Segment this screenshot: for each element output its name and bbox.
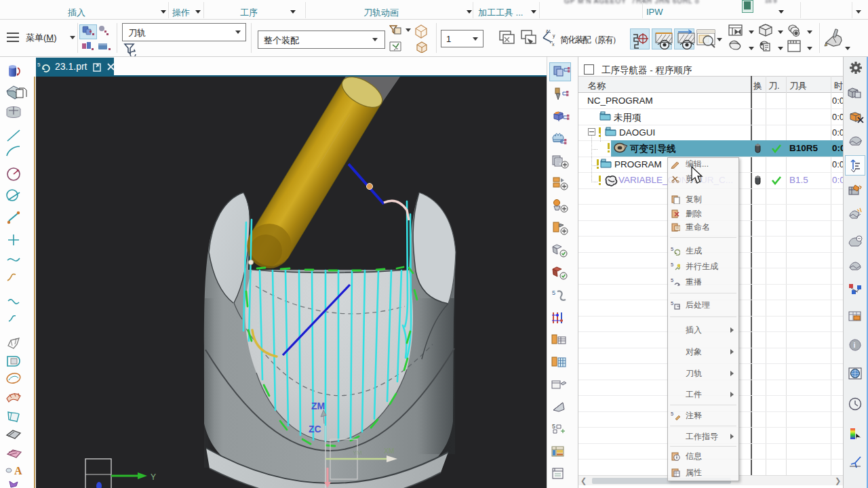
- svg-text:YM: YM: [353, 449, 362, 456]
- svg-text:ZM: ZM: [311, 401, 325, 411]
- svg-text:Y: Y: [151, 472, 156, 482]
- svg-text:y: y: [553, 33, 555, 39]
- svg-text:5: 5: [671, 277, 673, 283]
- svg-text:5: 5: [552, 423, 555, 430]
- svg-text:5: 5: [671, 300, 673, 306]
- svg-text:5: 5: [37, 62, 41, 68]
- svg-text:i: i: [854, 341, 856, 349]
- svg-text:5: 5: [671, 262, 673, 268]
- svg-text:z: z: [546, 28, 549, 33]
- svg-text:XM: XM: [384, 447, 394, 455]
- svg-text:5: 5: [552, 289, 555, 296]
- svg-text:5: 5: [671, 411, 673, 417]
- svg-text:5: 5: [671, 246, 673, 252]
- svg-text:x: x: [552, 42, 555, 47]
- svg-text:A: A: [14, 465, 22, 476]
- svg-text:ZC: ZC: [309, 424, 321, 434]
